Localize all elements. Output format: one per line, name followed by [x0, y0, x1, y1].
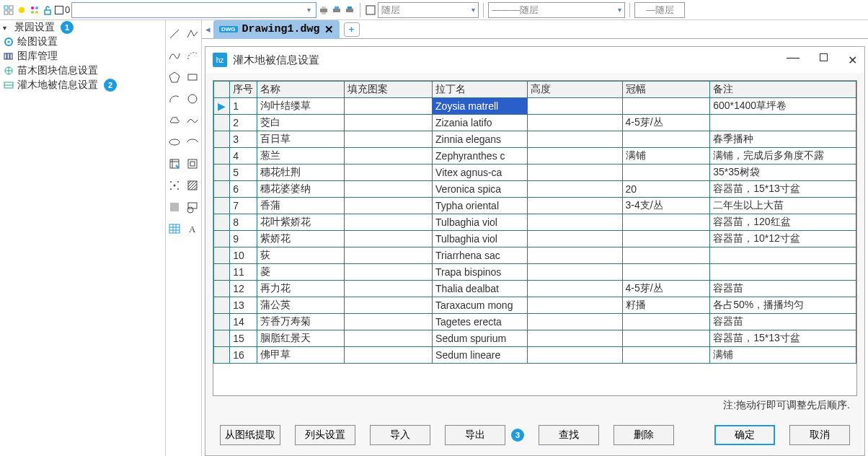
- cell[interactable]: 沟叶结缕草: [257, 98, 345, 115]
- sidebar-item-library[interactable]: 图库管理: [0, 49, 165, 63]
- minimize-button[interactable]: —: [787, 53, 800, 67]
- lock-open-icon[interactable]: [42, 4, 53, 16]
- bylayer-dropdown-2[interactable]: ——— 随层▾: [488, 2, 625, 18]
- cell[interactable]: 二年生以上大苗: [710, 198, 856, 214]
- table-row[interactable]: 10荻Triarrhena sac: [214, 247, 856, 264]
- cell[interactable]: 5: [230, 165, 257, 181]
- new-tab-button[interactable]: +: [344, 22, 360, 37]
- cell[interactable]: 容器苗，10*12寸盆: [710, 231, 856, 247]
- cell[interactable]: [622, 131, 710, 148]
- cell[interactable]: [345, 165, 433, 181]
- circle-tool[interactable]: [186, 89, 200, 108]
- cell[interactable]: Tagetes erecta: [433, 314, 528, 330]
- arc-tool[interactable]: [168, 89, 182, 108]
- cell[interactable]: [345, 281, 433, 297]
- cell[interactable]: [527, 347, 622, 364]
- cell[interactable]: 佛甲草: [257, 347, 345, 364]
- cell[interactable]: Zizania latifo: [433, 115, 528, 131]
- cell[interactable]: 1: [230, 98, 257, 115]
- cell[interactable]: 春季播种: [710, 131, 856, 148]
- cell[interactable]: Sedum spurium: [433, 330, 528, 347]
- close-button[interactable]: ✕: [848, 53, 857, 67]
- cell[interactable]: 满铺: [622, 148, 710, 165]
- data-grid[interactable]: 序号 名称 填充图案 拉丁名 高度 冠幅 备注 ▶1沟叶结缕草Zoysia ma…: [213, 80, 857, 396]
- cell[interactable]: 3-4支/丛: [622, 198, 710, 214]
- close-tab-icon[interactable]: ✕: [324, 23, 334, 36]
- cell[interactable]: [345, 247, 433, 264]
- cell[interactable]: 蒲公英: [257, 297, 345, 314]
- cell[interactable]: Taraxacum mong: [433, 297, 528, 314]
- table-row[interactable]: 11菱Trapa bispinos: [214, 264, 856, 281]
- cell[interactable]: [622, 264, 710, 281]
- cloud-tool[interactable]: [168, 111, 182, 130]
- cell[interactable]: [622, 330, 710, 347]
- ellipse-tool[interactable]: [168, 133, 182, 152]
- cell[interactable]: [622, 214, 710, 231]
- spline2-tool[interactable]: [186, 111, 200, 130]
- cell[interactable]: 4: [230, 148, 257, 165]
- cell[interactable]: [622, 314, 710, 330]
- cell[interactable]: 菱: [257, 264, 345, 281]
- printer-icon-3[interactable]: [344, 4, 355, 16]
- rectangle-tool[interactable]: [186, 68, 200, 87]
- cell[interactable]: [710, 264, 856, 281]
- gradient-tool[interactable]: [168, 198, 182, 216]
- printer-icon-2[interactable]: [331, 4, 342, 16]
- column-settings-button[interactable]: 列头设置: [295, 425, 355, 445]
- cell[interactable]: [527, 115, 622, 131]
- block-tool[interactable]: [186, 154, 200, 173]
- table-row[interactable]: 12再力花Thalia dealbat4-5芽/丛容器苗: [214, 281, 856, 297]
- col-index[interactable]: 序号: [230, 82, 257, 98]
- cell[interactable]: [527, 198, 622, 214]
- cell[interactable]: 12: [230, 281, 257, 297]
- cell[interactable]: 11: [230, 264, 257, 281]
- cell[interactable]: [710, 115, 856, 131]
- sidebar-item-landscape[interactable]: ▾ 景园设置 1: [0, 20, 165, 35]
- ellipse-arc-tool[interactable]: [186, 133, 200, 152]
- col-latin[interactable]: 拉丁名: [433, 82, 528, 98]
- cell[interactable]: [527, 314, 622, 330]
- tab-dropdown-arrow[interactable]: ◂: [202, 22, 213, 38]
- col-height[interactable]: 高度: [527, 82, 622, 98]
- cell[interactable]: [527, 247, 622, 264]
- table-row[interactable]: 5穗花牡荆Vitex agnus-ca35*35树袋: [214, 165, 856, 181]
- text-tool[interactable]: A: [186, 219, 200, 238]
- dashed-arc-tool[interactable]: [186, 46, 200, 65]
- cell[interactable]: Zinnia elegans: [433, 131, 528, 148]
- cell[interactable]: 容器苗，15*13寸盆: [710, 181, 856, 198]
- bylayer-dropdown-3[interactable]: —随层: [634, 2, 685, 18]
- cell[interactable]: 6: [230, 181, 257, 198]
- cell[interactable]: [622, 247, 710, 264]
- document-tab[interactable]: DWG Drawing1.dwg ✕: [213, 20, 340, 39]
- extract-button[interactable]: 从图纸提取: [220, 425, 280, 445]
- polyline-tool[interactable]: [186, 25, 200, 43]
- cell[interactable]: Veronica spica: [433, 181, 528, 198]
- cell[interactable]: [345, 297, 433, 314]
- cell[interactable]: Thalia dealbat: [433, 281, 528, 297]
- cell[interactable]: [345, 98, 433, 115]
- cell[interactable]: [345, 330, 433, 347]
- cell[interactable]: 各占50%，播播均匀: [710, 297, 856, 314]
- table-row[interactable]: 16佛甲草Sedum lineare满铺: [214, 347, 856, 364]
- cell[interactable]: 荻: [257, 247, 345, 264]
- cell[interactable]: 600*1400草坪卷: [710, 98, 856, 115]
- cell[interactable]: [345, 347, 433, 364]
- cell[interactable]: [345, 214, 433, 231]
- cell[interactable]: 20: [622, 181, 710, 198]
- table-row[interactable]: 14芳香万寿菊Tagetes erecta容器苗: [214, 314, 856, 330]
- cell[interactable]: [345, 181, 433, 198]
- cell[interactable]: [345, 198, 433, 214]
- cell[interactable]: 15: [230, 330, 257, 347]
- cell[interactable]: [527, 98, 622, 115]
- cell[interactable]: [345, 115, 433, 131]
- cell[interactable]: 葱兰: [257, 148, 345, 165]
- cell[interactable]: [527, 148, 622, 165]
- cell[interactable]: [622, 165, 710, 181]
- region-tool[interactable]: [186, 198, 200, 216]
- hatch-tool[interactable]: [186, 176, 200, 195]
- cell[interactable]: [527, 214, 622, 231]
- cell[interactable]: [527, 264, 622, 281]
- cell[interactable]: [622, 347, 710, 364]
- color-box-icon[interactable]: [365, 4, 376, 16]
- cell[interactable]: [622, 98, 710, 115]
